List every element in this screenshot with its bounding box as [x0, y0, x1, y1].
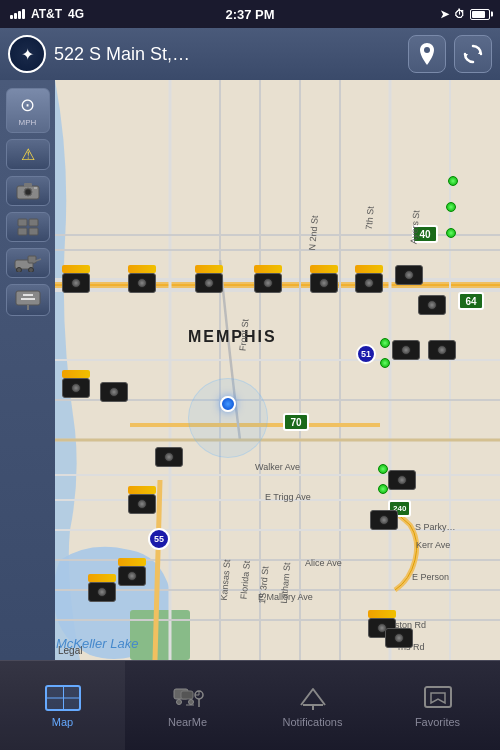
- speed-bar: [62, 265, 90, 273]
- header: ✦ 522 S Main St,…: [0, 28, 500, 80]
- cam-lens: [394, 633, 404, 643]
- svg-rect-42: [16, 291, 40, 305]
- green-dot-status: [378, 484, 388, 494]
- cam-lens: [379, 515, 389, 525]
- camera-marker: [100, 382, 128, 402]
- camera-marker: [62, 265, 90, 293]
- svg-rect-47: [181, 691, 193, 699]
- legal-text[interactable]: Legal: [58, 645, 82, 656]
- cam-icon: [392, 340, 420, 360]
- camera-marker: [128, 486, 156, 514]
- camera-marker: [392, 340, 420, 360]
- location-button[interactable]: [408, 35, 446, 73]
- svg-point-0: [424, 47, 430, 53]
- cam-icon: [418, 295, 446, 315]
- tn-star-icon: ✦: [21, 45, 34, 64]
- cam-icon: [395, 265, 423, 285]
- map-container[interactable]: ⊙ MPH ⚠: [0, 80, 500, 660]
- cam-lens: [364, 278, 374, 288]
- svg-point-30: [25, 190, 30, 195]
- cam-lens: [137, 278, 147, 288]
- cam-icon: [88, 582, 116, 602]
- cam-lens: [97, 587, 107, 597]
- speed-bar: [254, 265, 282, 273]
- map-icon: [45, 685, 81, 711]
- refresh-icon: [463, 44, 483, 64]
- signal-bar-2: [14, 13, 17, 19]
- notifications-icon: [299, 685, 327, 711]
- shield-70: 70: [283, 413, 309, 431]
- tab-map-label: Map: [52, 716, 73, 728]
- map-tab-icon: [45, 684, 81, 712]
- notifications-tab-icon: [295, 684, 331, 712]
- cam-lens: [319, 278, 329, 288]
- green-dot-status: [446, 202, 456, 212]
- svg-rect-31: [24, 183, 32, 187]
- svg-point-40: [28, 268, 33, 273]
- green-dot-status: [448, 176, 458, 186]
- camera-marker: [88, 574, 116, 602]
- status-left: AT&T 4G: [10, 7, 84, 21]
- header-address: 522 S Main St,…: [54, 44, 400, 65]
- cam-icon: [62, 273, 90, 293]
- nearme-tab-icon: [170, 684, 206, 712]
- camera-marker: [118, 558, 146, 586]
- toolbar-grid[interactable]: [6, 212, 50, 242]
- status-time: 2:37 PM: [225, 7, 274, 22]
- toolbar-sign[interactable]: [6, 284, 50, 316]
- toolbar-camera[interactable]: [6, 176, 50, 206]
- svg-point-39: [16, 268, 21, 273]
- favorites-tab-icon: [420, 684, 456, 712]
- signal-bar-1: [10, 15, 13, 19]
- cam-icon: [385, 628, 413, 648]
- status-bar: AT&T 4G 2:37 PM ➤ ⏱: [0, 0, 500, 28]
- cam-lens: [204, 278, 214, 288]
- cam-icon: [355, 273, 383, 293]
- svg-rect-57: [425, 687, 451, 707]
- speed-bar: [310, 265, 338, 273]
- shield-55a: 55: [148, 528, 170, 550]
- tab-notifications[interactable]: Notifications: [250, 661, 375, 750]
- cam-lens: [401, 345, 411, 355]
- svg-rect-36: [29, 228, 38, 235]
- tab-nearme[interactable]: NearMe: [125, 661, 250, 750]
- road-sign-icon: [15, 290, 41, 310]
- toolbar-speed[interactable]: ⊙ MPH: [6, 88, 50, 133]
- cam-icon: [118, 566, 146, 586]
- cam-lens: [71, 383, 81, 393]
- speed-bar: [118, 558, 146, 566]
- camera-marker: [428, 340, 456, 360]
- favorites-icon: [423, 685, 453, 711]
- cam-icon: [254, 273, 282, 293]
- cam-icon: [370, 510, 398, 530]
- camera-marker: [62, 370, 90, 398]
- cam-lens: [137, 499, 147, 509]
- svg-point-48: [176, 699, 181, 704]
- road-label-walker: Walker Ave: [255, 462, 300, 472]
- camera-marker: [370, 510, 398, 530]
- camera-icon: [16, 182, 40, 200]
- tab-map[interactable]: Map: [0, 661, 125, 750]
- speedometer-icon: ⊙: [20, 94, 35, 116]
- nearme-icon: [172, 685, 204, 711]
- refresh-button[interactable]: [454, 35, 492, 73]
- speed-bar: [368, 610, 396, 618]
- camera-marker: [155, 447, 183, 467]
- svg-rect-33: [18, 219, 27, 226]
- cam-lens: [397, 475, 407, 485]
- camera-marker: [418, 295, 446, 315]
- tow-truck-icon: [14, 254, 42, 272]
- cam-icon: [388, 470, 416, 490]
- road-label-parky: S Parky…: [415, 522, 456, 532]
- carrier-label: AT&T: [31, 7, 62, 21]
- battery-icon: [470, 9, 490, 20]
- speed-bar: [195, 265, 223, 273]
- camera-marker: [195, 265, 223, 293]
- toolbar-alert[interactable]: ⚠: [6, 139, 50, 170]
- warning-icon: ⚠: [21, 145, 35, 164]
- cam-icon: [428, 340, 456, 360]
- tab-favorites[interactable]: Favorites: [375, 661, 500, 750]
- toolbar-tow[interactable]: [6, 248, 50, 278]
- cam-lens: [164, 452, 174, 462]
- camera-marker: [395, 265, 423, 285]
